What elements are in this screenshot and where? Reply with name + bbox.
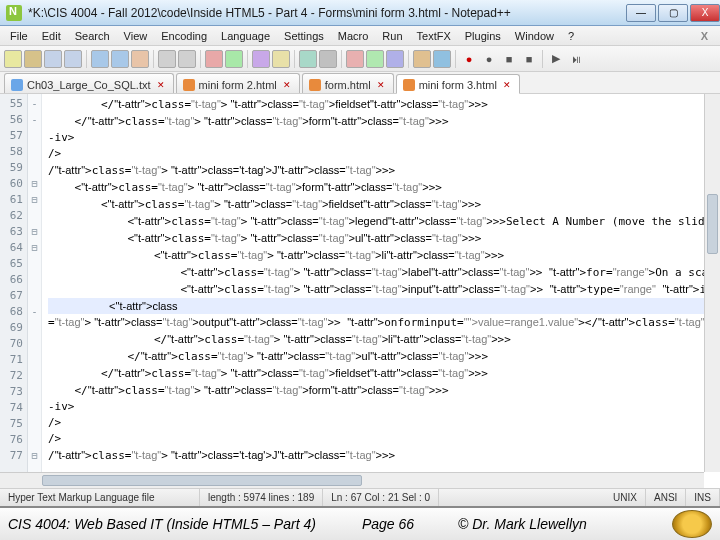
slide-footer: CIS 4004: Web Based IT (Inside HTML5 – P… [0,506,720,540]
menu-settings[interactable]: Settings [278,28,330,44]
tab-strip: Ch03_Large_Co_SQL.txt✕mini form 2.html✕f… [0,72,720,94]
toolbar-button-15[interactable] [252,50,270,68]
menu-window[interactable]: Window [509,28,560,44]
menu-macro[interactable]: Macro [332,28,375,44]
ucf-logo-icon [672,510,712,538]
maximize-button[interactable]: ▢ [658,4,688,22]
menu-language[interactable]: Language [215,28,276,44]
menu-edit[interactable]: Edit [36,28,67,44]
tab-label: form.html [325,79,371,91]
toolbar-button-21[interactable] [346,50,364,68]
toolbar-button-2[interactable] [44,50,62,68]
toolbar-button-34[interactable]: ⏯ [567,50,585,68]
status-mode: INS [686,489,720,506]
toolbar-button-9[interactable] [158,50,176,68]
vertical-scrollbar[interactable] [704,94,720,472]
tab[interactable]: mini form 2.html✕ [176,73,300,93]
menu-plugins[interactable]: Plugins [459,28,507,44]
toolbar-button-0[interactable] [4,50,22,68]
window-title: *K:\CIS 4004 - Fall 2012\code\Inside HTM… [28,6,624,20]
toolbar-button-23[interactable] [386,50,404,68]
toolbar-button-28[interactable]: ● [460,50,478,68]
toolbar-button-25[interactable] [413,50,431,68]
toolbar-button-16[interactable] [272,50,290,68]
toolbar-button-19[interactable] [319,50,337,68]
tab[interactable]: mini form 3.html✕ [396,74,520,94]
horizontal-scrollbar[interactable] [0,472,704,488]
menu-bar: File Edit Search View Encoding Language … [0,26,720,46]
menu-help[interactable]: ? [562,28,580,44]
tab-close-icon[interactable]: ✕ [377,80,385,90]
minimize-button[interactable]: — [626,4,656,22]
close-button[interactable]: X [690,4,720,22]
menu-view[interactable]: View [118,28,154,44]
footer-course: CIS 4004: Web Based IT (Inside HTML5 – P… [8,516,318,532]
toolbar-button-33[interactable]: ▶ [547,50,565,68]
toolbar-button-13[interactable] [225,50,243,68]
toolbar-button-30[interactable]: ■ [500,50,518,68]
tab-close-icon[interactable]: ✕ [503,80,511,90]
status-position: Ln : 67 Col : 21 Sel : 0 [323,489,439,506]
toolbar-button-7[interactable] [131,50,149,68]
toolbar-button-29[interactable]: ● [480,50,498,68]
menu-file[interactable]: File [4,28,34,44]
toolbar-button-26[interactable] [433,50,451,68]
file-icon [11,79,23,91]
code-area[interactable]: </"t-attr">class="t-tag"> "t-attr">class… [42,94,720,488]
toolbar-button-6[interactable] [111,50,129,68]
toolbar-button-31[interactable]: ■ [520,50,538,68]
tab-label: mini form 2.html [199,79,277,91]
tab[interactable]: Ch03_Large_Co_SQL.txt✕ [4,73,174,93]
horizontal-scroll-thumb[interactable] [42,475,362,486]
footer-credit: © Dr. Mark Llewellyn [458,516,672,532]
toolbar-button-12[interactable] [205,50,223,68]
menu-encoding[interactable]: Encoding [155,28,213,44]
file-icon [403,79,415,91]
toolbar: ●●■■▶⏯ [0,46,720,72]
file-icon [309,79,321,91]
vertical-scroll-thumb[interactable] [707,194,718,254]
tab-close-icon[interactable]: ✕ [283,80,291,90]
status-filetype: Hyper Text Markup Language file [0,489,200,506]
menu-textfx[interactable]: TextFX [411,28,457,44]
status-bar: Hyper Text Markup Language file length :… [0,488,720,506]
footer-page: Page 66 [318,516,458,532]
toolbar-button-18[interactable] [299,50,317,68]
toolbar-button-1[interactable] [24,50,42,68]
tab[interactable]: form.html✕ [302,73,394,93]
app-icon [6,5,22,21]
toolbar-button-5[interactable] [91,50,109,68]
file-icon [183,79,195,91]
status-length: length : 5974 lines : 189 [200,489,323,506]
menubar-close-icon[interactable]: X [693,30,716,42]
line-number-gutter: 55 56 57 58 59 60 61 62 63 64 65 66 67 6… [0,94,28,488]
status-os: UNIX [605,489,646,506]
menu-search[interactable]: Search [69,28,116,44]
tab-label: mini form 3.html [419,79,497,91]
fold-gutter[interactable]: -- ⊟⊟ ⊟⊟ - ⊟ [28,94,42,488]
editor-area: 55 56 57 58 59 60 61 62 63 64 65 66 67 6… [0,94,720,488]
title-bar: *K:\CIS 4004 - Fall 2012\code\Inside HTM… [0,0,720,26]
toolbar-button-3[interactable] [64,50,82,68]
toolbar-button-10[interactable] [178,50,196,68]
status-encoding: ANSI [646,489,686,506]
tab-label: Ch03_Large_Co_SQL.txt [27,79,151,91]
toolbar-button-22[interactable] [366,50,384,68]
menu-run[interactable]: Run [376,28,408,44]
tab-close-icon[interactable]: ✕ [157,80,165,90]
